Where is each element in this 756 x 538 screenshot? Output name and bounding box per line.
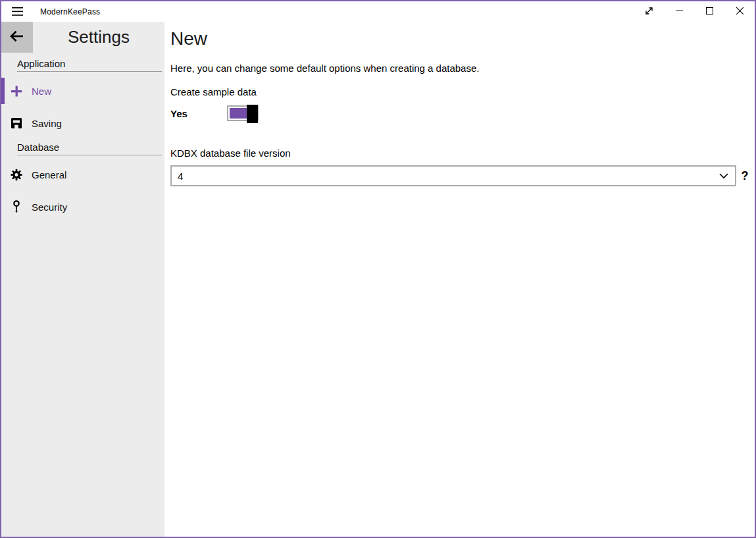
back-arrow-icon xyxy=(10,30,24,44)
close-icon xyxy=(736,7,743,16)
settings-sidebar: Settings Application New Saving Database xyxy=(1,22,164,537)
save-floppy-icon xyxy=(11,117,22,129)
settings-new-page: New Here, you can change some default op… xyxy=(164,22,755,537)
create-sample-data-toggle[interactable] xyxy=(227,105,259,121)
sidebar-item-general[interactable]: General xyxy=(1,161,164,188)
combobox-selected-value: 4 xyxy=(178,171,183,182)
sidebar-item-new[interactable]: New xyxy=(1,78,164,104)
minimize-button[interactable] xyxy=(664,1,694,22)
gear-icon xyxy=(11,169,22,180)
sidebar-title: Settings xyxy=(33,22,164,53)
titlebar-drag-area xyxy=(100,1,634,22)
fullscreen-button[interactable] xyxy=(634,1,664,22)
sidebar-item-saving[interactable]: Saving xyxy=(1,110,164,136)
titlebar: ModernKeePass xyxy=(1,1,755,22)
minimize-icon xyxy=(676,7,683,16)
sidebar-item-security[interactable]: Security xyxy=(1,194,164,220)
kdbx-version-combobox[interactable]: 4 xyxy=(170,165,736,186)
app-window: ModernKeePass xyxy=(0,0,756,538)
fullscreen-icon xyxy=(644,6,654,18)
maximize-button[interactable] xyxy=(694,1,724,22)
section-header-database: Database xyxy=(17,142,162,155)
toggle-state-label: Yes xyxy=(170,108,227,119)
window-title: ModernKeePass xyxy=(33,1,100,22)
sidebar-item-label: General xyxy=(32,169,66,180)
hamburger-icon xyxy=(12,7,23,16)
kdbx-version-row: 4 ? xyxy=(170,165,755,186)
create-sample-data-row: Yes xyxy=(170,104,755,122)
key-icon xyxy=(11,201,22,213)
help-button[interactable]: ? xyxy=(736,169,753,183)
sidebar-header: Settings xyxy=(1,22,164,53)
back-button[interactable] xyxy=(1,22,33,53)
section-header-application: Application xyxy=(17,58,162,72)
page-title: New xyxy=(170,28,755,50)
maximize-icon xyxy=(706,7,713,16)
hamburger-menu-button[interactable] xyxy=(1,1,33,22)
page-description: Here, you can change some default option… xyxy=(170,62,755,75)
close-button[interactable] xyxy=(724,1,755,22)
toggle-thumb[interactable] xyxy=(247,105,258,123)
chevron-down-icon xyxy=(719,173,728,179)
sidebar-item-label: New xyxy=(32,86,51,97)
sidebar-item-label: Security xyxy=(32,202,67,213)
plus-icon xyxy=(11,85,22,97)
kdbx-version-label: KDBX database file version xyxy=(170,147,755,160)
create-sample-data-label: Create sample data xyxy=(170,86,755,99)
sidebar-item-label: Saving xyxy=(32,118,62,129)
